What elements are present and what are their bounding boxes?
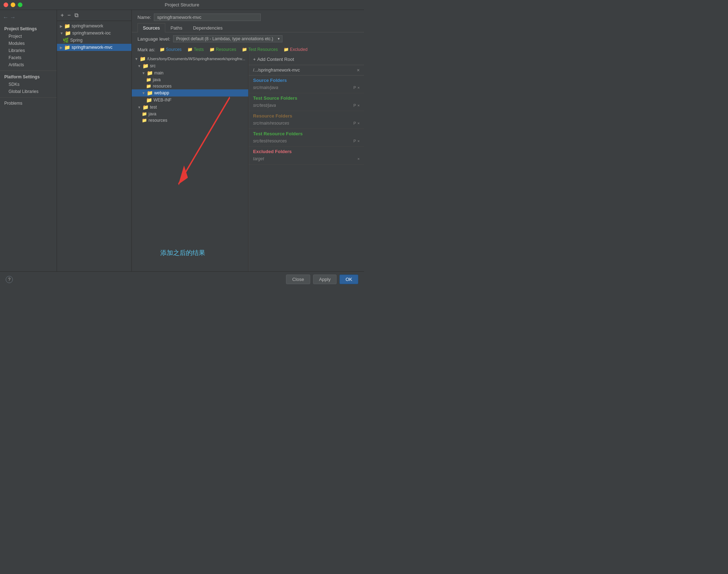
tree-item-main[interactable]: ▼ 📁 main	[132, 69, 248, 77]
resource-folders-title: Resource Folders	[253, 113, 360, 119]
sidebar-item-libraries[interactable]: Libraries	[0, 47, 57, 54]
tree-item-springframework[interactable]: ▶ 📁 springframework	[57, 22, 131, 30]
excluded-folder-close[interactable]: ×	[358, 157, 360, 161]
bottom-left: ?	[6, 276, 13, 283]
config-source-folders: Source Folders src/main/java P ×	[249, 75, 364, 93]
name-label: Name:	[137, 15, 151, 20]
test-resource-folder-actions: P ×	[353, 139, 360, 143]
language-level-label: Language level:	[137, 36, 170, 42]
mark-resources-button[interactable]: 📁 Resources	[208, 47, 238, 52]
config-panel: + Add Content Root /.../springframework-…	[249, 54, 364, 271]
excluded-folder-actions: ×	[358, 157, 360, 161]
language-level-select[interactable]: Project default (8 - Lambdas, type annot…	[173, 35, 282, 42]
tree-item-resources[interactable]: 📁 resources	[132, 83, 248, 89]
tree-item-label: resources	[149, 118, 167, 123]
tree-item-root[interactable]: ▼ 📁 /Users/tony/Documents/WS/springframe…	[132, 55, 248, 62]
close-window-button[interactable]	[4, 2, 8, 7]
add-module-button[interactable]: +	[60, 12, 64, 19]
tree-item-test[interactable]: ▼ 📁 test	[132, 104, 248, 111]
resource-folder-p-action[interactable]: P	[353, 121, 356, 125]
nav-forward-icon[interactable]: →	[10, 14, 16, 21]
tree-item-java-src[interactable]: 📁 java	[132, 77, 248, 83]
source-folder-close[interactable]: ×	[358, 85, 360, 90]
sidebar: ← → Project Settings Project Modules Lib…	[0, 10, 57, 271]
mark-tests-button[interactable]: 📁 Tests	[186, 47, 205, 52]
source-folder-p-action[interactable]: P	[353, 85, 356, 90]
content-body: ▼ 📁 /Users/tony/Documents/WS/springframe…	[132, 54, 364, 271]
ok-button[interactable]: OK	[339, 275, 358, 284]
mark-test-resources-button[interactable]: 📁 Test Resources	[240, 47, 279, 52]
sidebar-item-artifacts[interactable]: Artifacts	[0, 61, 57, 68]
test-source-folder-item: src/test/java P ×	[253, 102, 360, 109]
source-folders-title: Source Folders	[253, 78, 360, 83]
nav-back-icon[interactable]: ←	[3, 14, 9, 21]
resource-folder-close[interactable]: ×	[358, 121, 360, 125]
folder-icon: 📁	[140, 56, 146, 62]
bottom-right: Close Apply OK	[286, 275, 358, 284]
copy-module-button[interactable]: ⧉	[74, 12, 79, 19]
apply-button[interactable]: Apply	[313, 275, 337, 284]
folder-src-icon: 📁	[64, 45, 70, 50]
tab-label: Paths	[171, 25, 182, 31]
tab-sources[interactable]: Sources	[137, 23, 165, 32]
sidebar-item-sdks[interactable]: SDKs	[0, 81, 57, 88]
tree-item-springframework-ioc[interactable]: ▼ 📁 springframework-ioc	[57, 30, 131, 37]
test-resource-folder-close[interactable]: ×	[358, 139, 360, 143]
expand-icon: ▼	[142, 91, 145, 95]
spring-icon: 🌿	[63, 37, 69, 43]
mark-excluded-button[interactable]: 📁 Excluded	[282, 47, 309, 52]
close-button[interactable]: Close	[286, 275, 310, 284]
module-tree: ▶ 📁 springframework ▼ 📁 springframework-…	[57, 21, 131, 271]
config-panel-header: /.../springframework-mvc ×	[249, 65, 364, 75]
test-source-folders-title: Test Source Folders	[253, 95, 360, 101]
tab-dependencies[interactable]: Dependencies	[188, 23, 228, 32]
tree-item-label: java	[149, 111, 156, 116]
sidebar-item-label: Problems	[4, 101, 22, 106]
test-resource-folders-title: Test Resource Folders	[253, 131, 360, 136]
help-button[interactable]: ?	[6, 276, 13, 283]
platform-settings-header: Platform Settings	[0, 73, 57, 81]
test-source-folder-close[interactable]: ×	[358, 103, 360, 108]
tree-item-label: /Users/tony/Documents/WS/springframework…	[147, 57, 245, 61]
sidebar-item-problems[interactable]: Problems	[0, 100, 57, 107]
tree-item-resources-test[interactable]: 📁 resources	[132, 117, 248, 124]
tree-item-label: springframework	[72, 24, 103, 28]
module-toolbar: + − ⧉	[57, 10, 131, 21]
name-input[interactable]	[154, 14, 261, 21]
mark-resources-label: Resources	[216, 47, 236, 52]
tab-paths[interactable]: Paths	[165, 23, 188, 32]
tree-item-webapp[interactable]: ▼ 📁 webapp	[132, 89, 248, 96]
sidebar-item-facets[interactable]: Facets	[0, 54, 57, 61]
test-resource-folder-path: src/test/resources	[253, 139, 287, 144]
add-content-root-button[interactable]: + Add Content Root	[249, 54, 364, 65]
folder-icon: 📁	[65, 30, 71, 36]
tree-item-label: Spring	[70, 38, 83, 43]
folder-icon: 📁	[147, 90, 153, 96]
source-folder-path: src/main/java	[253, 85, 279, 90]
add-content-root-label: Add Content Root	[257, 57, 294, 62]
tree-item-java-test[interactable]: 📁 java	[132, 111, 248, 117]
tree-item-webinf[interactable]: 📁 WEB-INF	[132, 96, 248, 104]
minimize-window-button[interactable]	[11, 2, 15, 7]
remove-module-button[interactable]: −	[67, 12, 71, 19]
tree-item-spring[interactable]: 🌿 Spring	[57, 37, 131, 44]
mark-sources-button[interactable]: 📁 Sources	[158, 47, 183, 52]
expand-icon: ▼	[142, 71, 145, 75]
test-resource-folder-p-action[interactable]: P	[353, 139, 356, 143]
config-test-resource-folders: Test Resource Folders src/test/resources…	[249, 129, 364, 147]
sidebar-divider	[0, 71, 57, 71]
tree-item-label: springframework-mvc	[72, 45, 113, 50]
test-source-folder-p-action[interactable]: P	[353, 103, 356, 108]
module-panel: + − ⧉ ▶ 📁 springframework ▼ 📁 springfram…	[57, 10, 132, 271]
maximize-window-button[interactable]	[18, 2, 22, 7]
tree-item-src[interactable]: ▼ 📁 src	[132, 62, 248, 69]
sidebar-item-global-libraries[interactable]: Global Libraries	[0, 88, 57, 95]
sidebar-item-modules[interactable]: Modules	[0, 40, 57, 47]
tree-item-springframework-mvc[interactable]: ▶ 📁 springframework-mvc	[57, 44, 131, 51]
sidebar-item-project[interactable]: Project	[0, 33, 57, 40]
config-close-button[interactable]: ×	[357, 67, 360, 73]
config-path: /.../springframework-mvc	[253, 68, 300, 73]
mark-as-row: Mark as: 📁 Sources 📁 Tests 📁 Resources 📁…	[132, 45, 364, 54]
window-title: Project Structure	[165, 2, 199, 7]
folder-icon: 📁	[147, 70, 153, 76]
